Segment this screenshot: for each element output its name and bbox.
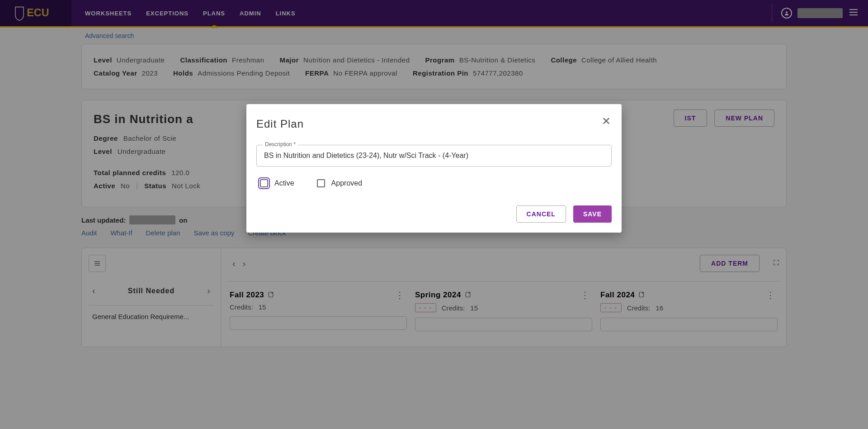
description-input[interactable] bbox=[256, 145, 612, 167]
description-label: Description * bbox=[263, 141, 298, 148]
approved-checkbox-label: Approved bbox=[331, 179, 363, 187]
active-checkbox-label: Active bbox=[274, 179, 294, 187]
active-checkbox[interactable] bbox=[260, 179, 268, 187]
cancel-button[interactable]: CANCEL bbox=[516, 205, 566, 223]
modal-title: Edit Plan bbox=[256, 118, 612, 130]
approved-checkbox[interactable] bbox=[317, 179, 325, 187]
close-icon[interactable]: ✕ bbox=[602, 115, 611, 128]
save-button[interactable]: SAVE bbox=[573, 205, 612, 223]
edit-plan-modal: Edit Plan ✕ Description * Active Approve… bbox=[246, 104, 622, 233]
